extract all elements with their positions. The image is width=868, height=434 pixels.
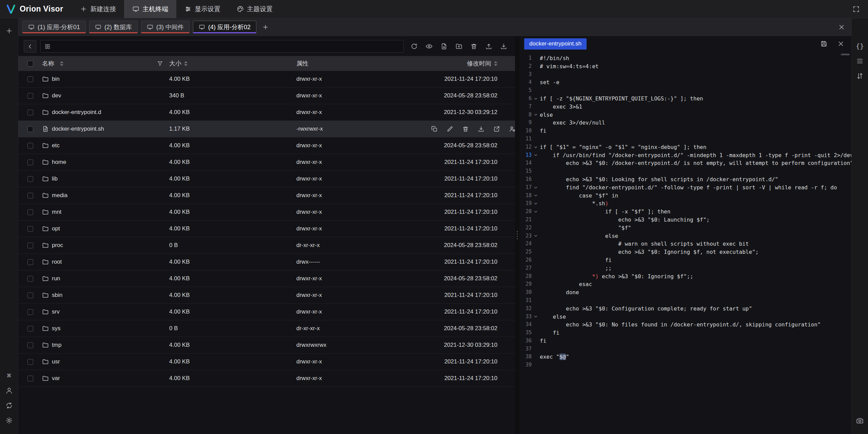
file-row-media[interactable]: media4.00 KBdrwxr-xr-x2021-11-24 17:20:1… xyxy=(18,187,515,204)
file-row-root[interactable]: root4.00 KBdrwx------2021-11-24 17:20:10 xyxy=(18,254,515,270)
user-info-button[interactable] xyxy=(3,384,15,397)
file-row-var[interactable]: var4.00 KBdrwxr-xr-x2021-11-24 17:20:10 xyxy=(18,370,515,387)
toolbar-file-plus-button[interactable] xyxy=(438,40,450,53)
sort-mtime-carets[interactable] xyxy=(494,61,497,66)
path-input[interactable] xyxy=(54,43,400,50)
sync-button[interactable] xyxy=(3,399,15,412)
row-action-copy-button[interactable] xyxy=(430,125,438,133)
column-size-label[interactable]: 大小 xyxy=(169,59,181,68)
file-row-docker-entrypoint.d[interactable]: docker-entrypoint.d4.00 KBdrwxr-xr-x2021… xyxy=(18,104,515,121)
add-tab-button[interactable] xyxy=(260,21,271,33)
file-row-srv[interactable]: srv4.00 KBdrwxr-xr-x2021-11-24 17:20:10 xyxy=(18,304,515,320)
panel-splitter[interactable] xyxy=(515,36,519,434)
toolbar-refresh-button[interactable] xyxy=(408,40,420,53)
code-line: 2# vim:sw=4:ts=4:et xyxy=(524,62,851,71)
toolbar-eye-button[interactable] xyxy=(423,40,435,53)
sort-size-carets[interactable] xyxy=(184,61,188,66)
row-checkbox[interactable] xyxy=(27,176,33,182)
row-checkbox[interactable] xyxy=(27,226,33,232)
file-row-sys[interactable]: sys0 Bdr-xr-xr-x2024-05-28 23:58:02 xyxy=(18,320,515,337)
fold-toggle[interactable] xyxy=(532,111,540,119)
fold-toggle[interactable] xyxy=(532,143,540,151)
fold-toggle[interactable] xyxy=(532,184,540,192)
file-row-bin[interactable]: bin4.00 KBdrwxr-xr-x2021-11-24 17:20:10 xyxy=(18,71,515,88)
row-checkbox[interactable] xyxy=(27,110,33,115)
close-all-tabs-button[interactable] xyxy=(836,21,847,33)
row-action-trash-button[interactable] xyxy=(461,125,470,133)
row-action-move-button[interactable] xyxy=(493,125,501,133)
toolbar-trash-button[interactable] xyxy=(468,40,480,53)
file-row-usr[interactable]: usr4.00 KBdrwxr-xr-x2021-11-24 17:20:10 xyxy=(18,354,515,370)
file-row-etc[interactable]: etc4.00 KBdrwxr-xr-x2024-05-28 23:58:02 xyxy=(18,137,515,154)
sort-order-button[interactable] xyxy=(854,70,866,82)
row-action-download-button[interactable] xyxy=(477,125,485,133)
save-file-button[interactable] xyxy=(818,38,830,50)
scrollbar-thumb[interactable] xyxy=(841,54,850,55)
file-row-sbin[interactable]: sbin4.00 KBdrwxr-xr-x2021-11-24 17:20:10 xyxy=(18,287,515,304)
row-checkbox[interactable] xyxy=(27,359,33,365)
row-checkbox[interactable] xyxy=(27,376,33,381)
terminal-tab-1[interactable]: (1) 应用-分析01 xyxy=(22,21,86,33)
terminal-tab-3[interactable]: (3) 中间件 xyxy=(141,21,190,33)
column-name-label[interactable]: 名称 xyxy=(42,59,54,68)
row-checkbox[interactable] xyxy=(27,326,33,332)
screenshot-button[interactable] xyxy=(854,414,866,427)
toolbar-upload-button[interactable] xyxy=(482,40,495,53)
fold-toggle[interactable] xyxy=(532,208,540,216)
row-checkbox[interactable] xyxy=(27,243,33,248)
row-checkbox[interactable] xyxy=(27,143,33,149)
row-checkbox[interactable] xyxy=(27,126,33,132)
shortcuts-button[interactable]: ⌘ xyxy=(3,370,15,382)
toolbar-download-button[interactable] xyxy=(497,40,510,53)
file-row-tmp[interactable]: tmp4.00 KBdrwxrwxrwx2021-12-30 03:29:10 xyxy=(18,337,515,354)
file-name: bin xyxy=(52,76,60,82)
close-editor-button[interactable] xyxy=(835,38,847,50)
row-checkbox[interactable] xyxy=(27,193,33,199)
filter-icon[interactable] xyxy=(157,60,163,67)
row-checkbox[interactable] xyxy=(27,209,33,215)
toolbar-folder-plus-button[interactable] xyxy=(453,40,465,53)
column-mtime-label[interactable]: 修改时间 xyxy=(467,59,491,68)
menu-grid-icon[interactable] xyxy=(44,43,51,50)
file-row-run[interactable]: run4.00 KBdrwxr-xr-x2024-05-28 23:58:02 xyxy=(18,270,515,287)
file-row-home[interactable]: home4.00 KBdrwxr-xr-x2021-11-24 17:20:10 xyxy=(18,154,515,171)
row-checkbox[interactable] xyxy=(27,159,33,165)
row-checkbox[interactable] xyxy=(27,93,33,99)
settings-button[interactable] xyxy=(3,414,15,427)
row-checkbox[interactable] xyxy=(27,293,33,298)
menu-item-theme-settings[interactable]: 主题设置 xyxy=(229,0,281,18)
row-checkbox[interactable] xyxy=(27,259,33,265)
terminal-tab-2[interactable]: (2) 数据库 xyxy=(89,21,138,33)
fold-toggle[interactable] xyxy=(532,232,540,240)
new-connection-button[interactable] xyxy=(3,25,15,37)
menu-item-display-settings[interactable]: 显示设置 xyxy=(176,0,229,18)
menu-item-new-connection[interactable]: 新建连接 xyxy=(72,0,124,18)
row-checkbox[interactable] xyxy=(27,276,33,282)
file-row-proc[interactable]: proc0 Bdr-xr-xr-x2024-05-28 23:58:02 xyxy=(18,237,515,254)
select-all-checkbox[interactable] xyxy=(27,61,33,67)
fold-toggle[interactable] xyxy=(532,192,540,200)
fold-toggle[interactable] xyxy=(532,200,540,208)
snippets-button[interactable]: {} xyxy=(854,40,866,52)
file-row-docker-entrypoint.sh[interactable]: docker-entrypoint.sh1.17 KB-rwxrwxr-x xyxy=(18,121,515,137)
sort-name-carets[interactable] xyxy=(60,61,63,66)
file-row-opt[interactable]: opt4.00 KBdrwxr-xr-x2021-11-24 17:20:10 xyxy=(18,221,515,237)
row-action-pencil-button[interactable] xyxy=(446,125,454,133)
file-row-lib[interactable]: lib4.00 KBdrwxr-xr-x2021-11-24 17:20:10 xyxy=(18,171,515,187)
code-editor[interactable]: 1#!/bin/sh2# vim:sw=4:ts=4:et34set -e56i… xyxy=(519,52,851,434)
fullscreen-button[interactable] xyxy=(850,3,862,15)
fold-toggle[interactable] xyxy=(532,95,540,103)
file-row-dev[interactable]: dev340 Bdrwxr-xr-x2024-05-28 23:58:02 xyxy=(18,88,515,104)
row-checkbox[interactable] xyxy=(27,309,33,315)
fold-toggle[interactable] xyxy=(532,313,540,321)
row-action-user-gear-button[interactable] xyxy=(508,125,515,133)
file-row-mnt[interactable]: mnt4.00 KBdrwxr-xr-x2021-11-24 17:20:10 xyxy=(18,204,515,221)
menu-item-host-terminal[interactable]: 主机终端 xyxy=(124,0,176,18)
fold-toggle[interactable] xyxy=(532,151,540,159)
back-button[interactable] xyxy=(24,40,36,53)
editor-file-tab[interactable]: docker-entrypoint.sh xyxy=(524,38,587,50)
row-checkbox[interactable] xyxy=(27,76,33,82)
row-checkbox[interactable] xyxy=(27,342,33,348)
terminal-tab-4[interactable]: (4) 应用-分析02 xyxy=(193,21,256,33)
command-list-button[interactable] xyxy=(854,55,866,67)
